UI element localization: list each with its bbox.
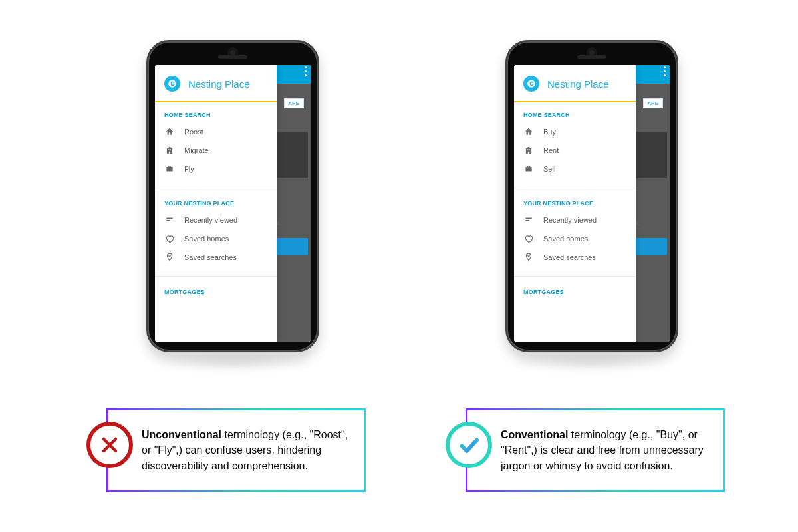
briefcase-icon	[164, 164, 175, 174]
brand-header: Nesting Place	[155, 65, 277, 101]
menu-label: Recently viewed	[184, 216, 237, 224]
callout-body: Unconventional terminology (e.g., "Roost…	[108, 410, 364, 490]
callout-border: Conventional terminology (e.g., "Buy", o…	[466, 408, 725, 492]
background-button	[277, 238, 308, 255]
menu-item-saved-searches[interactable]: Saved searches	[155, 248, 277, 267]
divider	[514, 188, 636, 188]
callout-text: Conventional terminology (e.g., "Buy", o…	[501, 427, 711, 473]
phone-reflection	[505, 354, 678, 371]
recent-icon	[523, 215, 534, 225]
background-text: A.	[277, 221, 282, 227]
x-badge-icon	[86, 422, 133, 468]
callout-bad: Unconventional terminology (e.g., "Roost…	[86, 399, 366, 492]
callout-body: Conventional terminology (e.g., "Buy", o…	[467, 410, 723, 490]
menu-item-recently-viewed[interactable]: Recently viewed	[155, 211, 277, 229]
heart-icon	[523, 234, 534, 243]
house-icon	[164, 127, 175, 136]
brand-title: Nesting Place	[547, 78, 609, 90]
section-header-home-search: HOME SEARCH	[155, 102, 277, 122]
menu-item-saved-homes[interactable]: Saved homes	[514, 229, 636, 248]
pin-icon	[164, 253, 175, 262]
phone-screen: ARE A. Nesting Place HOME SEARCH	[514, 65, 670, 342]
brand-logo-icon	[164, 76, 180, 92]
menu-item-recently-viewed[interactable]: Recently viewed	[514, 211, 636, 229]
phone-good-example: ARE A. Nesting Place HOME SEARCH	[505, 40, 678, 359]
background-image	[277, 132, 308, 178]
phone-frame: ARE A. Nesting Place HOME SEARCH	[505, 40, 678, 352]
phone-frame: ARE A. Nesting Place HOME SEARCH	[146, 40, 319, 352]
menu-label: Fly	[184, 165, 194, 173]
check-badge-icon	[446, 422, 492, 468]
callout-text: Unconventional terminology (e.g., "Roost…	[142, 427, 352, 473]
menu-item-migrate[interactable]: Migrate	[155, 141, 277, 160]
menu-label: Rent	[543, 146, 559, 154]
menu-item-saved-searches[interactable]: Saved searches	[514, 248, 636, 267]
menu-label: Saved searches	[543, 253, 596, 261]
callout-bold: Unconventional	[142, 429, 221, 440]
menu-label: Saved homes	[184, 235, 229, 243]
building-icon	[523, 146, 534, 155]
nav-drawer: Nesting Place HOME SEARCH Buy Rent Sell …	[514, 65, 636, 342]
background-text: A.	[636, 221, 641, 227]
section-header-nesting-place: YOUR NESTING PLACE	[514, 191, 636, 211]
section-header-mortgages: MORTGAGES	[514, 279, 636, 299]
menu-label: Recently viewed	[543, 216, 597, 224]
more-menu-icon[interactable]	[664, 70, 666, 72]
phone-camera-icon	[589, 50, 595, 55]
background-image	[636, 132, 667, 178]
menu-item-saved-homes[interactable]: Saved homes	[155, 229, 277, 248]
brand-logo-icon	[523, 76, 539, 92]
menu-label: Sell	[543, 165, 555, 173]
more-menu-icon[interactable]	[305, 70, 307, 72]
section-header-nesting-place: YOUR NESTING PLACE	[155, 191, 277, 211]
building-icon	[164, 146, 175, 155]
phone-reflection	[146, 354, 319, 371]
house-icon	[523, 127, 534, 136]
menu-item-rent[interactable]: Rent	[514, 141, 636, 160]
phone-camera-icon	[230, 50, 235, 55]
briefcase-icon	[523, 164, 534, 174]
phone-earpiece-icon	[577, 55, 606, 59]
menu-item-buy[interactable]: Buy	[514, 122, 636, 141]
divider	[155, 276, 277, 277]
phone-screen: ARE A. Nesting Place HOME SEARCH	[155, 65, 311, 342]
pin-icon	[523, 253, 534, 262]
section-header-mortgages: MORTGAGES	[155, 279, 277, 299]
recent-icon	[164, 215, 175, 225]
menu-label: Migrate	[184, 146, 209, 154]
share-button[interactable]: ARE	[284, 98, 304, 108]
menu-label: Saved homes	[543, 235, 588, 243]
divider	[155, 188, 277, 188]
heart-icon	[164, 234, 175, 243]
phone-earpiece-icon	[218, 55, 247, 59]
menu-label: Buy	[543, 128, 556, 136]
section-header-home-search: HOME SEARCH	[514, 102, 636, 122]
divider	[514, 276, 636, 277]
brand-title: Nesting Place	[188, 78, 250, 90]
menu-label: Roost	[184, 128, 203, 136]
callout-bold: Conventional	[501, 429, 568, 440]
share-button[interactable]: ARE	[643, 98, 663, 108]
menu-item-roost[interactable]: Roost	[155, 122, 277, 141]
brand-header: Nesting Place	[514, 65, 636, 101]
nav-drawer: Nesting Place HOME SEARCH Roost Migrate …	[155, 65, 277, 342]
callout-border: Unconventional terminology (e.g., "Roost…	[106, 408, 366, 492]
menu-item-fly[interactable]: Fly	[155, 160, 277, 178]
phone-bad-example: ARE A. Nesting Place HOME SEARCH	[146, 40, 319, 359]
callout-good: Conventional terminology (e.g., "Buy", o…	[446, 399, 725, 492]
comparison-diagram: ARE A. Nesting Place HOME SEARCH	[0, 0, 798, 532]
menu-item-sell[interactable]: Sell	[514, 160, 636, 178]
menu-label: Saved searches	[184, 253, 237, 261]
background-button	[636, 238, 667, 255]
